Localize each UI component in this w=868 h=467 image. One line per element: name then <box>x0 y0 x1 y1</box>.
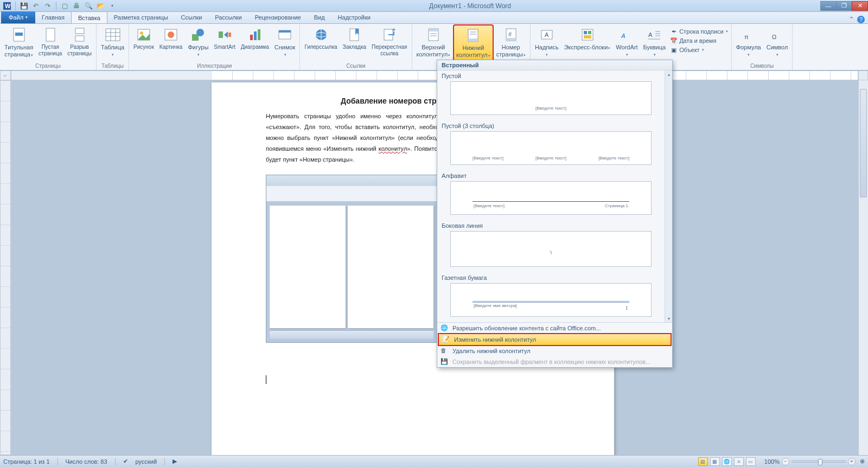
preview-icon[interactable]: 🔍 <box>84 1 93 11</box>
page-break-button[interactable]: Разрыв страницы <box>65 25 94 58</box>
tab-insert[interactable]: Вставка <box>71 11 107 23</box>
svg-text:π: π <box>744 34 749 40</box>
svg-rect-34 <box>429 29 438 31</box>
svg-rect-3 <box>15 33 23 36</box>
table-button[interactable]: Таблица▾ <box>99 25 126 59</box>
svg-rect-47 <box>584 31 587 34</box>
svg-rect-22 <box>254 31 257 40</box>
svg-point-17 <box>196 29 204 36</box>
group-label-pages: Страницы <box>2 62 94 70</box>
tab-view[interactable]: Вид <box>308 11 331 23</box>
screenshot-button[interactable]: Снимок▾ <box>272 25 298 59</box>
picture-button[interactable]: Рисунок <box>131 25 156 52</box>
qat-more-icon[interactable]: ▾ <box>107 1 117 11</box>
ribbon: Титульная страница▾ Пустая страница Разр… <box>0 24 868 71</box>
datetime-button[interactable]: 📅Дата и время <box>669 36 729 45</box>
tab-mailings[interactable]: Рассылки <box>208 11 248 23</box>
svg-rect-49 <box>584 35 591 39</box>
cover-page-button[interactable]: Титульная страница▾ <box>2 25 35 60</box>
redo-icon[interactable]: ↷ <box>43 1 53 11</box>
tab-layout[interactable]: Разметка страницы <box>107 11 175 23</box>
group-symbols: πФормула▾ ΩСимвол▾ Символы <box>732 24 793 70</box>
blank-page-button[interactable]: Пустая страница <box>36 25 64 58</box>
svg-marker-19 <box>224 31 228 38</box>
open-icon[interactable]: 📂 <box>95 1 105 11</box>
svg-rect-20 <box>228 33 231 37</box>
chart-button[interactable]: Диаграмма <box>239 25 271 52</box>
smartart-button[interactable]: SmartArt <box>212 25 237 52</box>
minimize-button[interactable]: — <box>820 1 837 11</box>
tab-references[interactable]: Ссылки <box>175 11 209 23</box>
footer-dropdown: Встроенный Пустой [Введите текст] Пустой… <box>437 60 673 71</box>
footer-button[interactable]: Нижний колонтитул▾ <box>454 25 493 61</box>
svg-point-15 <box>168 31 174 38</box>
svg-rect-43 <box>506 38 516 41</box>
crossref-button[interactable]: Перекрестная ссылка <box>369 25 409 58</box>
new-icon[interactable]: ▢ <box>60 1 69 11</box>
ribbon-tabs: Файл▾ Главная Вставка Разметка страницы … <box>0 12 868 24</box>
object-button[interactable]: ▣Объект▾ <box>669 46 729 54</box>
svg-text:A: A <box>545 31 549 38</box>
quick-access-toolbar: W 💾 ↶ ↷ ▢ 🖶 🔍 📂 ▾ <box>0 1 119 11</box>
svg-rect-4 <box>46 28 55 41</box>
dropdown-header: Встроенный <box>437 60 672 71</box>
group-label-illus: Иллюстрации <box>131 62 297 70</box>
svg-rect-6 <box>75 36 84 41</box>
svg-rect-23 <box>258 29 260 40</box>
svg-rect-38 <box>468 39 478 41</box>
svg-rect-5 <box>75 28 84 34</box>
textbox-button[interactable]: AНадпись▾ <box>533 25 561 59</box>
group-label-links: Ссылки <box>302 62 409 70</box>
svg-point-13 <box>140 31 143 35</box>
window-buttons: — ❐ ✕ <box>821 1 868 11</box>
word-icon: W <box>2 1 12 11</box>
group-links: Гиперссылка Закладка Перекрестная ссылка… <box>300 24 412 70</box>
group-label-tables: Таблицы <box>99 62 126 70</box>
svg-text:W: W <box>5 3 11 9</box>
svg-rect-7 <box>106 29 120 41</box>
group-label-symbols: Символы <box>734 62 790 70</box>
pagenumber-button[interactable]: #Номер страницы▾ <box>494 25 528 60</box>
svg-rect-25 <box>279 30 291 33</box>
close-button[interactable]: ✕ <box>852 1 868 11</box>
print-icon[interactable]: 🖶 <box>72 1 81 11</box>
tab-addins[interactable]: Надстройки <box>331 11 377 23</box>
tab-review[interactable]: Рецензирование <box>248 11 308 23</box>
quickparts-button[interactable]: Экспресс-блоки▾ <box>562 25 613 53</box>
header-button[interactable]: Верхний колонтитул▾ <box>414 25 453 60</box>
title-bar: W 💾 ↶ ↷ ▢ 🖶 🔍 📂 ▾ Документ1 - Microsoft … <box>0 0 868 12</box>
tab-home[interactable]: Главная <box>35 11 71 23</box>
shapes-button[interactable]: Фигуры▾ <box>186 25 210 59</box>
svg-rect-48 <box>588 31 591 34</box>
signature-line-button[interactable]: ✒Строка подписи▾ <box>669 27 729 36</box>
window-title: Документ1 - Microsoft Word <box>119 2 821 10</box>
hyperlink-button[interactable]: Гиперссылка <box>302 25 339 52</box>
bookmark-button[interactable]: Закладка <box>341 25 368 52</box>
svg-text:Ω: Ω <box>772 34 776 40</box>
help-icon[interactable]: ? <box>857 16 865 23</box>
group-tables: Таблица▾ Таблицы <box>97 24 129 70</box>
svg-text:A: A <box>648 31 653 38</box>
ribbon-minimize-icon[interactable]: ⌃ <box>849 16 854 23</box>
save-icon[interactable]: 💾 <box>19 1 29 11</box>
svg-text:#: # <box>508 31 512 37</box>
dropcap-button[interactable]: AБуквица▾ <box>641 25 668 59</box>
group-pages: Титульная страница▾ Пустая страница Разр… <box>0 24 97 70</box>
equation-button[interactable]: πФормула▾ <box>734 25 763 59</box>
file-tab[interactable]: Файл▾ <box>1 11 35 23</box>
svg-rect-21 <box>250 35 253 40</box>
group-illustrations: Рисунок Картинка Фигуры▾ SmartArt Диагра… <box>129 24 300 70</box>
symbol-button[interactable]: ΩСимвол▾ <box>764 25 790 59</box>
svg-text:A: A <box>621 33 626 39</box>
undo-icon[interactable]: ↶ <box>31 1 41 11</box>
clipart-button[interactable]: Картинка <box>157 25 185 52</box>
wordart-button[interactable]: AWordArt▾ <box>614 25 640 59</box>
svg-rect-18 <box>219 31 223 38</box>
maximize-button[interactable]: ❐ <box>836 1 852 11</box>
